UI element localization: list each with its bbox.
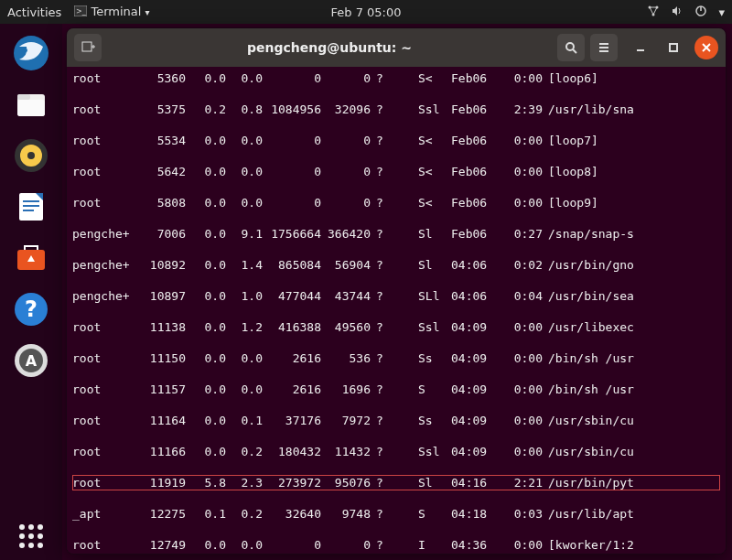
libreoffice-writer-icon[interactable]	[7, 183, 55, 231]
titlebar[interactable]: pengcheng@ubuntu: ~	[67, 28, 726, 67]
ps-row: root55340.00.000?S<Feb060:00[loop7]	[72, 133, 720, 148]
clock[interactable]: Feb 7 05:00	[330, 5, 401, 19]
svg-point-8	[24, 48, 27, 52]
svg-rect-10	[17, 94, 30, 100]
minimize-button[interactable]	[629, 36, 652, 59]
window-title: pengcheng@ubuntu: ~	[107, 40, 552, 55]
show-applications-icon[interactable]	[7, 512, 55, 560]
ubuntu-software-icon[interactable]	[7, 234, 55, 282]
ps-row: root119195.82.327397295076?Sl04:162:21/u…	[72, 475, 720, 490]
svg-text:>_: >_	[76, 7, 87, 16]
ps-row: pengche+70060.09.11756664366420?SlFeb060…	[72, 226, 720, 242]
ps-row: root111640.00.1371767972?Ss04:090:00/usr…	[72, 413, 720, 428]
svg-line-39	[573, 49, 576, 53]
svg-rect-44	[670, 44, 677, 51]
power-icon[interactable]	[694, 5, 707, 20]
svg-rect-16	[23, 200, 39, 202]
ps-row: root111570.00.026161696?S04:090:00/bin/s…	[72, 382, 720, 397]
activities-button[interactable]: Activities	[7, 5, 61, 19]
ps-row: _apt122750.10.2326409748?S04:180:03/usr/…	[72, 506, 720, 522]
ps-row: root58080.00.000?S<Feb060:00[loop9]	[72, 195, 720, 210]
svg-point-28	[38, 524, 43, 530]
svg-point-31	[38, 533, 43, 539]
help-icon[interactable]: ?	[7, 285, 55, 333]
ps-row: pengche+108920.01.486508456904?Sl04:060:…	[72, 257, 720, 273]
software-updater-icon[interactable]: A	[7, 337, 55, 384]
svg-point-26	[19, 524, 25, 530]
svg-point-38	[566, 43, 574, 50]
ps-row: root111380.01.241638849560?Ssl04:090:00/…	[72, 319, 720, 335]
svg-rect-35	[82, 42, 92, 51]
svg-point-30	[28, 533, 34, 539]
ps-row: root53750.20.8108495632096?SslFeb062:39/…	[72, 102, 720, 117]
svg-rect-18	[23, 210, 34, 211]
ps-row: root53600.00.000?S<Feb060:00[loop6]	[72, 70, 720, 86]
svg-point-29	[19, 533, 25, 539]
system-menu-caret-icon[interactable]: ▾	[718, 5, 725, 19]
svg-point-32	[19, 543, 25, 548]
ps-row: root127490.00.000?I04:360:00[kworker/1:2	[72, 537, 720, 553]
svg-text:?: ?	[25, 296, 38, 322]
close-button[interactable]	[694, 36, 718, 59]
terminal-output[interactable]: root53600.00.000?S<Feb060:00[loop6] root…	[67, 67, 726, 554]
rhythmbox-icon[interactable]	[7, 132, 55, 179]
network-icon[interactable]	[647, 5, 660, 20]
ps-row: root56420.00.000?S<Feb060:00[loop8]	[72, 164, 720, 179]
ps-row: root111500.00.02616536?Ss04:090:00/bin/s…	[72, 350, 720, 366]
terminal-window: pengcheng@ubuntu: ~ root53600.00.000?S<F…	[66, 27, 727, 555]
files-icon[interactable]	[7, 81, 55, 128]
svg-point-34	[38, 543, 43, 548]
app-menu[interactable]: >_ Terminal	[74, 5, 149, 19]
ps-row: root111660.00.218043211432?Ssl04:090:00/…	[72, 444, 720, 459]
thunderbird-icon[interactable]	[7, 29, 55, 77]
svg-point-33	[28, 543, 34, 548]
volume-icon[interactable]	[671, 5, 684, 20]
search-button[interactable]	[557, 34, 585, 61]
maximize-button[interactable]	[662, 36, 685, 59]
svg-rect-11	[17, 100, 45, 116]
svg-rect-17	[23, 205, 39, 207]
svg-point-14	[27, 152, 35, 159]
dock: ? A	[0, 24, 62, 560]
svg-text:A: A	[26, 352, 38, 370]
ps-row: pengche+108970.01.047704443744?SLl04:060…	[72, 288, 720, 304]
new-tab-button[interactable]	[74, 34, 102, 61]
top-panel: Activities >_ Terminal Feb 7 05:00 ▾	[0, 0, 732, 24]
svg-point-27	[28, 524, 34, 530]
menu-button[interactable]	[590, 34, 618, 61]
terminal-icon: >_	[74, 5, 87, 19]
